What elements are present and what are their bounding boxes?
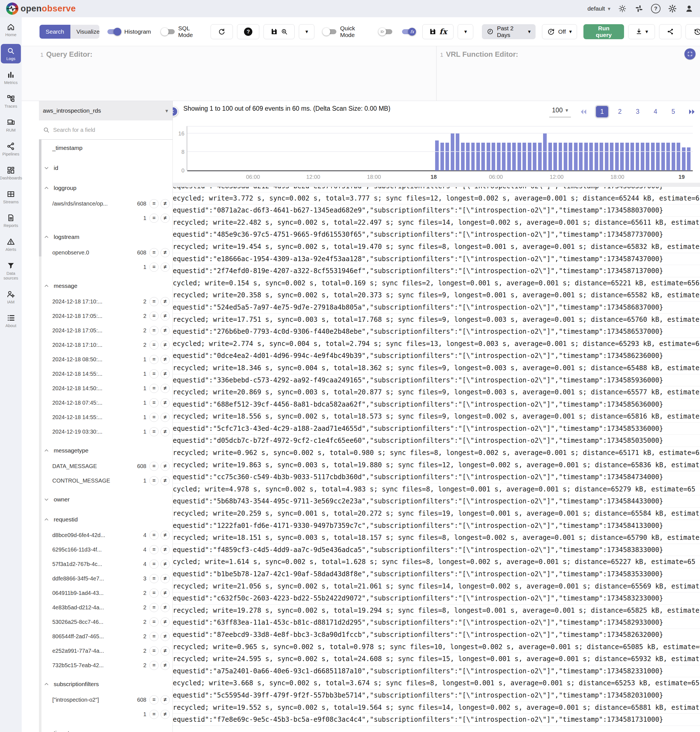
vrl-fullscreen-button[interactable]: [684, 48, 696, 60]
page-button-3[interactable]: 3: [632, 106, 644, 117]
include-filter-button[interactable]: =: [149, 632, 159, 641]
rows-per-page-select[interactable]: 100 ▾: [549, 106, 571, 117]
include-filter-button[interactable]: =: [149, 427, 159, 436]
page-button-5[interactable]: 5: [667, 106, 679, 117]
field-section-loggroup[interactable]: loggroup: [39, 180, 172, 197]
refresh-interval-picker[interactable]: Off ▾: [542, 24, 577, 39]
exclude-filter-button[interactable]: ≠: [160, 398, 170, 408]
query-editor[interactable]: 1 Query Editor:: [22, 46, 436, 101]
exclude-filter-button[interactable]: ≠: [160, 248, 170, 257]
exclude-filter-button[interactable]: ≠: [160, 326, 170, 335]
exclude-filter-button[interactable]: ≠: [160, 369, 170, 378]
exclude-filter-button[interactable]: ≠: [160, 661, 170, 670]
download-results-button[interactable]: ▾: [628, 24, 655, 39]
include-filter-button[interactable]: =: [149, 355, 159, 364]
log-row[interactable]: recycled; write=18.151 s, sync=0.003 s, …: [173, 532, 700, 544]
field-section-logstream[interactable]: logstream: [39, 229, 172, 245]
include-filter-button[interactable]: =: [149, 384, 159, 393]
log-row[interactable]: recycled; write=0.962 s, sync=0.002 s, t…: [173, 447, 700, 459]
exclude-filter-button[interactable]: ≠: [160, 297, 170, 306]
exclude-filter-button[interactable]: ≠: [160, 710, 170, 719]
field-section-requestid[interactable]: requestid: [39, 511, 172, 528]
include-filter-button[interactable]: =: [149, 618, 159, 626]
saved-searches-button[interactable]: [263, 24, 295, 39]
search-history-button[interactable]: [685, 24, 700, 39]
exclude-filter-button[interactable]: ≠: [160, 476, 170, 485]
syntax-help-button[interactable]: ?: [237, 24, 259, 39]
log-row[interactable]: equestid":"f7e8e69c-9e5c-45b3-bc5a-e9f08…: [173, 714, 700, 726]
log-row[interactable]: equestid":"a75a2401-0a66-40e6-93c1-d6685…: [173, 665, 700, 678]
help-button[interactable]: ?: [651, 4, 660, 13]
include-filter-button[interactable]: =: [149, 263, 159, 272]
log-row[interactable]: equestid":"0dce4ea2-4d01-4d96-994c-4e9f4…: [173, 350, 700, 362]
sidebar-item-about[interactable]: About: [1, 311, 21, 330]
include-filter-button[interactable]: =: [149, 214, 159, 223]
include-filter-button[interactable]: =: [149, 326, 159, 335]
slack-button[interactable]: [634, 4, 644, 13]
log-row[interactable]: equestid":"276b6be0-7793-4c0d-9306-f440e…: [173, 326, 700, 338]
log-row[interactable]: recycled; write=0.965 s, sync=0.002 s, t…: [173, 641, 700, 653]
sidebar-item-iam[interactable]: IAM: [1, 287, 21, 307]
log-row[interactable]: recycled; write=17.751 s, sync=0.003 s, …: [173, 314, 700, 326]
log-row[interactable]: recycled; write=19.863 s, sync=0.003 s, …: [173, 459, 700, 471]
log-row[interactable]: recycled; write=18.346 s, sync=0.004 s, …: [173, 362, 700, 374]
exclude-filter-button[interactable]: ≠: [160, 695, 170, 704]
field-section-subscriptionfilters[interactable]: subscriptionfilters: [39, 676, 172, 692]
log-row[interactable]: recycled; write=19.278 s, sync=0.002 s, …: [173, 604, 700, 617]
log-row[interactable]: equestid":"336ebebd-c573-4292-aa92-f49ca…: [173, 374, 700, 387]
log-row[interactable]: cycled; write=4.978 s, sync=0.002 s, tot…: [173, 483, 700, 496]
log-row[interactable]: equestid":"b1be5b78-12a7-42c1-90af-58dad…: [173, 568, 700, 581]
log-row[interactable]: equestid":"1222fa01-fd6e-4171-9330-9497b…: [173, 520, 700, 532]
sidebar-item-logs[interactable]: Logs: [1, 44, 21, 63]
exclude-filter-button[interactable]: ≠: [160, 632, 170, 641]
log-row[interactable]: recycled; write=20.358 s, sync=0.002 s, …: [173, 289, 700, 301]
include-filter-button[interactable]: =: [149, 340, 159, 349]
log-row[interactable]: ecycled; write=3.668 s, sync=0.002 s, to…: [173, 677, 700, 689]
log-row[interactable]: ecycled; write=2.774 s, sync=0.004 s, to…: [173, 338, 700, 350]
log-row[interactable]: recycled; write=24.595 s, sync=0.002 s, …: [173, 653, 700, 665]
log-row[interactable]: equestid":"524ed5a5-7a97-4e75-9d7e-27918…: [173, 301, 700, 314]
page-button-1[interactable]: 1: [596, 106, 608, 117]
log-row[interactable]: equestid":"5cfc71c3-43ed-4c29-a188-2aad7…: [173, 423, 700, 435]
exclude-filter-button[interactable]: ≠: [160, 311, 170, 321]
include-filter-button[interactable]: =: [149, 574, 159, 583]
log-row[interactable]: recycled; write=19.454 s, sync=0.002 s, …: [173, 241, 700, 253]
exclude-filter-button[interactable]: ≠: [160, 427, 170, 436]
user-menu-button[interactable]: [684, 4, 694, 13]
log-row[interactable]: equestid":"d05dcb7c-b72f-4972-9cf2-c1e4f…: [173, 435, 700, 447]
quick-mode-toggle[interactable]: [323, 29, 336, 34]
log-row[interactable]: cycled; write=1.614 s, sync=0.002 s, tot…: [173, 556, 700, 568]
include-filter-button[interactable]: =: [149, 248, 159, 257]
sidebar-item-pipelines[interactable]: Pipelines: [1, 139, 21, 159]
log-row[interactable]: equestid":"0871a2ac-d6f3-4641-b627-1345e…: [173, 204, 700, 217]
log-horizontal-scrollbar[interactable]: [173, 183, 700, 187]
log-row[interactable]: recycled; write=20.869 s, sync=0.003 s, …: [173, 386, 700, 399]
exclude-filter-button[interactable]: ≠: [160, 355, 170, 364]
exclude-filter-button[interactable]: ≠: [160, 588, 170, 598]
exclude-filter-button[interactable]: ≠: [160, 646, 170, 656]
time-range-picker[interactable]: Past 2 Days ▾: [482, 24, 535, 39]
log-row[interactable]: equestid":"5c55954d-39ff-479f-9f2f-557bb…: [173, 689, 700, 702]
include-filter-button[interactable]: =: [149, 369, 159, 378]
include-filter-button[interactable]: =: [149, 413, 159, 422]
last-page-button[interactable]: [688, 108, 696, 116]
include-filter-button[interactable]: =: [149, 531, 159, 540]
sidebar-item-reports[interactable]: Reports: [1, 211, 21, 230]
sidebar-item-traces[interactable]: Traces: [1, 91, 21, 111]
include-filter-button[interactable]: =: [149, 661, 159, 670]
reset-query-button[interactable]: [210, 24, 233, 39]
log-row[interactable]: equestid":"63ff83ea-11a1-453c-b81c-d8817…: [173, 616, 700, 629]
include-filter-button[interactable]: =: [149, 297, 159, 306]
page-button-4[interactable]: 4: [649, 106, 662, 117]
field-section-owner[interactable]: owner: [39, 491, 172, 508]
include-filter-button[interactable]: =: [149, 710, 159, 719]
exclude-filter-button[interactable]: ≠: [160, 263, 170, 272]
exclude-filter-button[interactable]: ≠: [160, 574, 170, 583]
exclude-filter-button[interactable]: ≠: [160, 618, 170, 626]
theme-toggle-button[interactable]: [618, 4, 627, 13]
log-row[interactable]: equestid":"5b68b743-3544-495c-9711-3e569…: [173, 495, 700, 508]
include-filter-button[interactable]: =: [149, 646, 159, 656]
page-button-2[interactable]: 2: [614, 106, 626, 117]
saved-functions-dropdown[interactable]: ▾: [458, 24, 473, 39]
include-filter-button[interactable]: =: [149, 311, 159, 321]
